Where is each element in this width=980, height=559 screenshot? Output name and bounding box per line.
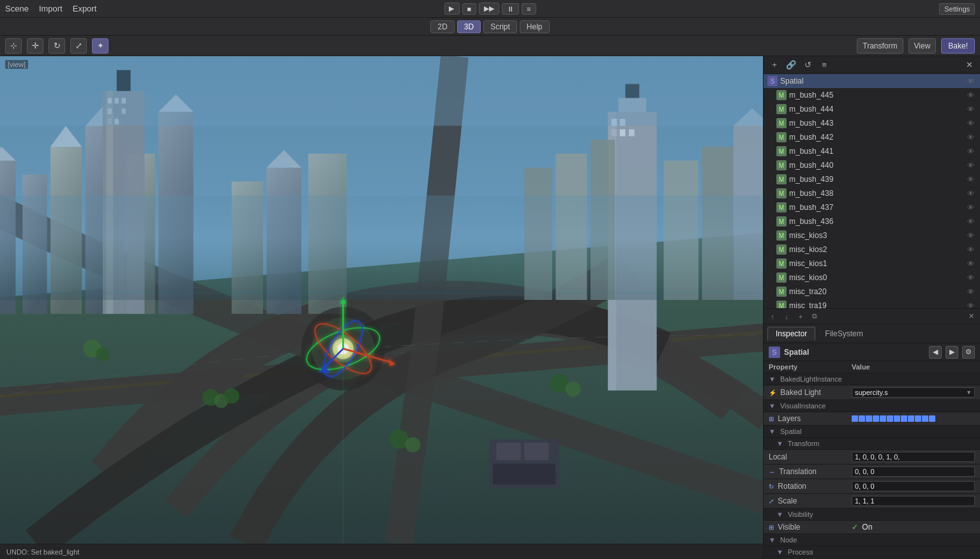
- layer-bit-0[interactable]: [852, 415, 858, 422]
- tree-item-6[interactable]: M m_bush_439 👁: [764, 172, 980, 186]
- tree-item-15[interactable]: M misc_tra19 👁: [764, 299, 980, 308]
- section-label-spatial[interactable]: ▼ Spatial: [764, 426, 980, 438]
- prop-transform-local[interactable]: Local 1, 0, 0, 0, 1, 0,: [764, 450, 980, 465]
- tree-close-btn[interactable]: ✕: [965, 310, 977, 323]
- tree-item-11[interactable]: M misc_kios2 👁: [764, 242, 980, 257]
- scene-tree-link[interactable]: 🔗: [784, 58, 798, 72]
- rotate-tool[interactable]: ↻: [49, 38, 65, 54]
- prop-baked-light[interactable]: ⚡ Baked Light supercity.s ▼: [764, 385, 980, 400]
- eye-icon-9[interactable]: 👁: [965, 216, 976, 227]
- menu-scene[interactable]: Scene: [5, 4, 29, 13]
- prop-translation[interactable]: ↔ Translation 0, 0, 0: [764, 465, 980, 479]
- prop-rotation[interactable]: ↻ Rotation 0, 0, 0: [764, 479, 980, 494]
- eye-icon-11[interactable]: 👁: [965, 244, 976, 255]
- play-button[interactable]: ▶: [444, 3, 459, 15]
- tree-item-0[interactable]: M m_bush_445 👁: [764, 88, 980, 102]
- tree-item-12[interactable]: M misc_kios1 👁: [764, 257, 980, 271]
- settings-button[interactable]: Settings: [939, 3, 975, 15]
- section-label-transform[interactable]: ▼ Transform: [764, 438, 980, 450]
- bake-button[interactable]: Bake!: [941, 38, 975, 54]
- tree-add-btn[interactable]: +: [794, 310, 807, 323]
- eye-icon-12[interactable]: 👁: [965, 258, 976, 269]
- tree-item-7[interactable]: M m_bush_438 👁: [764, 186, 980, 200]
- 3d-viewport[interactable]: [view]: [0, 56, 763, 544]
- scene-tree-refresh[interactable]: ↺: [801, 58, 815, 72]
- stop-button[interactable]: ■: [462, 3, 476, 15]
- inspector-more[interactable]: ⚙: [962, 346, 975, 359]
- section-visibility[interactable]: ▼ Visibility: [764, 509, 980, 521]
- layer-bit-2[interactable]: [866, 415, 872, 422]
- inspector-next[interactable]: ▶: [946, 346, 958, 359]
- layer-bit-11[interactable]: [929, 415, 935, 422]
- section-visual-instance[interactable]: ▼ VisualInstance: [764, 400, 980, 412]
- transform-dropdown[interactable]: Transform: [857, 38, 903, 54]
- tree-duplicate-btn[interactable]: ⧉: [808, 310, 821, 323]
- section-label-visual[interactable]: ▼ VisualInstance: [764, 400, 980, 412]
- section-label-process[interactable]: ▼ Process: [764, 546, 980, 558]
- eye-icon-14[interactable]: 👁: [965, 286, 976, 297]
- scene-tree-add[interactable]: +: [767, 58, 781, 72]
- tab-2d[interactable]: 2D: [430, 20, 454, 33]
- eye-icon-15[interactable]: 👁: [965, 300, 976, 308]
- scale-tool[interactable]: ⤢: [70, 38, 87, 54]
- section-process[interactable]: ▼ Process: [764, 546, 980, 558]
- prop-value-translation[interactable]: 0, 0, 0: [847, 465, 980, 479]
- tree-item-spatial-root[interactable]: S Spatial 👁: [764, 74, 980, 88]
- layer-bit-8[interactable]: [908, 415, 914, 422]
- scale-value-box[interactable]: 1, 1, 1: [852, 496, 975, 506]
- inspector-prev[interactable]: ◀: [929, 346, 942, 359]
- prop-layers[interactable]: ⊞ Layers: [764, 412, 980, 426]
- prop-value-scale[interactable]: 1, 1, 1: [847, 494, 980, 509]
- translation-value-box[interactable]: 0, 0, 0: [852, 466, 975, 477]
- prop-scale[interactable]: ⤢ Scale 1, 1, 1: [764, 494, 980, 509]
- layer-bit-1[interactable]: [859, 415, 865, 422]
- tree-item-2[interactable]: M m_bush_443 👁: [764, 116, 980, 130]
- prop-value-visible[interactable]: ✓ On: [847, 521, 980, 534]
- section-label-visibility[interactable]: ▼ Visibility: [764, 509, 980, 521]
- tree-item-8[interactable]: M m_bush_437 👁: [764, 200, 980, 214]
- scene-tree-filter[interactable]: ≡: [817, 58, 831, 72]
- eye-icon-4[interactable]: 👁: [965, 145, 976, 157]
- section-label-baked[interactable]: ▼ BakedLightInstance: [764, 373, 980, 385]
- tree-up-btn[interactable]: ↑: [766, 310, 779, 323]
- prop-visible[interactable]: ⊞ Visible ✓ On: [764, 521, 980, 534]
- section-transform[interactable]: ▼ Transform: [764, 438, 980, 450]
- tab-inspector[interactable]: Inspector: [767, 327, 815, 341]
- rotation-value-box[interactable]: 0, 0, 0: [852, 481, 975, 491]
- eye-icon-13[interactable]: 👁: [965, 272, 976, 283]
- local-value-box[interactable]: 1, 0, 0, 0, 1, 0,: [852, 452, 975, 462]
- prop-value-local[interactable]: 1, 0, 0, 0, 1, 0,: [847, 450, 980, 465]
- section-label-node[interactable]: ▼ Node: [764, 534, 980, 546]
- tree-item-3[interactable]: M m_bush_442 👁: [764, 130, 980, 144]
- section-baked-light-instance[interactable]: ▼ BakedLightInstance: [764, 373, 980, 385]
- tree-item-13[interactable]: M misc_kios0 👁: [764, 271, 980, 285]
- tab-filesystem[interactable]: FileSystem: [817, 327, 871, 341]
- section-spatial[interactable]: ▼ Spatial: [764, 426, 980, 438]
- view-dropdown[interactable]: View: [908, 38, 937, 54]
- prop-value-rotation[interactable]: 0, 0, 0: [847, 479, 980, 494]
- tree-down-btn[interactable]: ↓: [780, 310, 793, 323]
- tab-3d[interactable]: 3D: [457, 20, 481, 33]
- layer-bit-6[interactable]: [894, 415, 900, 422]
- layer-bit-4[interactable]: [880, 415, 886, 422]
- section-node[interactable]: ▼ Node: [764, 534, 980, 546]
- pause-button[interactable]: ⏸: [502, 3, 519, 15]
- tree-item-9[interactable]: M m_bush_436 👁: [764, 214, 980, 228]
- layer-bit-5[interactable]: [887, 415, 893, 422]
- tree-item-5[interactable]: M m_bush_440 👁: [764, 158, 980, 172]
- tree-item-1[interactable]: M m_bush_444 👁: [764, 102, 980, 116]
- scene-tree-items[interactable]: S Spatial 👁 M m_bush_445 👁 M m_bush_444 …: [764, 74, 980, 308]
- eye-icon-root[interactable]: 👁: [965, 75, 976, 87]
- layer-bit-9[interactable]: [915, 415, 921, 422]
- select-tool[interactable]: ⊹: [5, 38, 22, 54]
- prop-value-layers[interactable]: [847, 412, 980, 426]
- baked-light-dropdown[interactable]: supercity.s ▼: [852, 387, 975, 398]
- layer-bit-3[interactable]: [873, 415, 879, 422]
- layer-bit-7[interactable]: [901, 415, 907, 422]
- eye-icon-8[interactable]: 👁: [965, 202, 976, 213]
- scene-tree-close[interactable]: ✕: [962, 58, 976, 72]
- tree-item-14[interactable]: M misc_tra20 👁: [764, 285, 980, 299]
- tree-item-4[interactable]: M m_bush_441 👁: [764, 144, 980, 158]
- step-button[interactable]: ▶▶: [479, 3, 499, 15]
- eye-icon-0[interactable]: 👁: [965, 89, 976, 101]
